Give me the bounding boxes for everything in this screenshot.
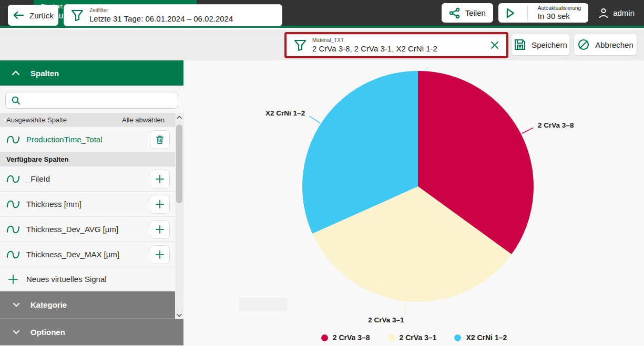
- column-search-input[interactable]: [25, 96, 172, 104]
- columns-section-header[interactable]: Spalten: [0, 60, 183, 86]
- legend-label: X2 CrNi 1–2: [466, 333, 507, 342]
- new-virtual-signal-label: Neues virtuelles Signal: [26, 275, 107, 284]
- time-filter-value: Letzte 31 Tage: 06.01.2024 – 06.02.2024: [89, 14, 233, 23]
- category-section-header[interactable]: Kategorie: [0, 291, 183, 319]
- signal-wave-icon: [6, 198, 20, 210]
- scrollbar-thumb[interactable]: [176, 124, 182, 203]
- label-leader-line: [405, 302, 406, 315]
- back-arrow-icon: [13, 11, 24, 19]
- remove-column-button[interactable]: [150, 130, 170, 149]
- chart-legend: 2 CrVa 3–82 CrVa 3–1X2 CrNi 1–2: [184, 333, 644, 342]
- material-filter-field[interactable]: Material_TXT 2 CrVa 3-8, 2 CrVa 3-1, X2 …: [287, 34, 506, 56]
- available-columns-subheader: Verfügbare Spalten: [0, 152, 175, 166]
- funnel-icon: [70, 8, 84, 22]
- options-label: Optionen: [30, 328, 65, 337]
- add-column-button[interactable]: [150, 220, 170, 239]
- scroll-up-icon[interactable]: [175, 113, 183, 121]
- legend-color-dot: [388, 334, 395, 341]
- plus-icon: [155, 224, 165, 235]
- share-icon: [449, 7, 461, 19]
- scroll-down-icon[interactable]: [175, 311, 183, 319]
- user-menu[interactable]: admin: [598, 7, 635, 19]
- column-name: Thickness [mm]: [26, 200, 81, 208]
- cancel-button[interactable]: Abbrechen: [574, 34, 637, 55]
- watermark: [239, 298, 288, 311]
- user-icon: [598, 7, 609, 19]
- column-name: Thickness_Dev_AVG [µm]: [26, 225, 118, 234]
- chart-area: 2 CrVa 3–82 CrVa 3–1X2 CrNi 1–2 2 CrVa 3…: [184, 60, 644, 346]
- selected-column-name: ProductionTime_Total: [26, 135, 103, 144]
- signal-wave-icon: [6, 134, 20, 145]
- time-filter-field[interactable]: Zeitfilter Letzte 31 Tage: 06.01.2024 – …: [64, 4, 282, 26]
- legend-label: 2 CrVa 3–8: [333, 333, 370, 342]
- deselect-all-link[interactable]: Alle abwählen: [122, 116, 165, 124]
- new-virtual-signal-button[interactable]: Neues virtuelles Signal: [0, 267, 183, 291]
- category-label: Kategorie: [30, 300, 67, 309]
- floppy-disk-icon: [514, 38, 526, 51]
- legend-item[interactable]: 2 CrVa 3–8: [321, 333, 370, 342]
- label-leader-line: [310, 116, 320, 123]
- signal-wave-icon: [6, 173, 20, 185]
- save-button[interactable]: Speichern: [512, 34, 569, 55]
- play-icon: [498, 3, 523, 23]
- available-column-row[interactable]: Thickness_Dev_AVG [µm]: [0, 217, 175, 242]
- back-label: Zurück: [29, 11, 54, 20]
- button-divider: [527, 6, 528, 20]
- legend-item[interactable]: X2 CrNi 1–2: [454, 333, 507, 342]
- columns-sidebar: Spalten Ausgewählte Spalte Alle abwählen…: [0, 60, 183, 346]
- material-filter-label: Material_TXT: [312, 37, 437, 43]
- columns-header-label: Spalten: [30, 69, 59, 78]
- available-column-row[interactable]: _FileId: [0, 166, 175, 192]
- add-column-button[interactable]: [150, 245, 170, 264]
- autorefresh-label: Autoaktualisierung: [538, 5, 581, 11]
- selected-columns-subheader: Ausgewählte Spalte Alle abwählen: [0, 113, 175, 127]
- legend-color-dot: [454, 334, 461, 341]
- clear-filter-icon[interactable]: [490, 40, 499, 50]
- add-column-button[interactable]: [150, 170, 170, 188]
- legend-item[interactable]: 2 CrVa 3–1: [388, 333, 437, 342]
- back-button[interactable]: Zurück: [8, 5, 58, 26]
- legend-color-dot: [321, 334, 328, 341]
- search-icon: [11, 96, 21, 106]
- plus-icon: [155, 174, 165, 184]
- share-label: Teilen: [465, 8, 486, 17]
- chevron-down-icon: [13, 330, 20, 334]
- add-column-button[interactable]: [150, 195, 170, 214]
- autorefresh-countdown: In 30 sek: [538, 12, 581, 20]
- available-columns-label: Verfügbare Spalten: [6, 155, 68, 163]
- chevron-up-icon: [12, 70, 20, 76]
- plus-icon: [155, 249, 165, 260]
- options-section-header[interactable]: Optionen: [0, 319, 183, 345]
- time-filter-label: Zeitfilter: [89, 7, 233, 13]
- save-label: Speichern: [531, 40, 567, 49]
- selected-columns-label: Ausgewählte Spalte: [6, 116, 67, 124]
- cancel-label: Abbrechen: [595, 40, 633, 49]
- column-name: _FileId: [26, 174, 50, 183]
- pie-slice-label: 2 CrVa 3–8: [538, 121, 574, 129]
- pie-slice-label: X2 CrNi 1–2: [265, 109, 305, 117]
- material-filter-value: 2 CrVa 3-8, 2 CrVa 3-1, X2 CrNi 1-2: [312, 44, 437, 53]
- chevron-down-icon: [13, 302, 20, 307]
- available-column-row[interactable]: Thickness [mm]: [0, 192, 175, 217]
- column-name: Thickness_Dev_MAX [µm]: [26, 250, 119, 259]
- autorefresh-button[interactable]: Autoaktualisierung In 30 sek: [498, 3, 588, 23]
- selected-column-row[interactable]: ProductionTime_Total: [0, 127, 175, 152]
- pie-slice-label: 2 CrVa 3–1: [368, 316, 404, 324]
- funnel-icon: [293, 38, 307, 52]
- available-column-row[interactable]: Thickness_Dev_MAX [µm]: [0, 242, 175, 267]
- trash-icon: [155, 134, 165, 145]
- legend-label: 2 CrVa 3–1: [400, 333, 437, 342]
- user-name: admin: [613, 8, 635, 17]
- share-button[interactable]: Teilen: [442, 3, 493, 23]
- cancel-icon: [577, 38, 590, 51]
- sidebar-scrollbar[interactable]: [175, 113, 183, 319]
- signal-wave-icon: [6, 224, 20, 235]
- plus-icon: [155, 199, 165, 209]
- label-leader-line: [522, 128, 533, 133]
- signal-wave-icon: [6, 249, 20, 260]
- plus-icon: [7, 274, 19, 285]
- column-search-box[interactable]: [5, 92, 178, 109]
